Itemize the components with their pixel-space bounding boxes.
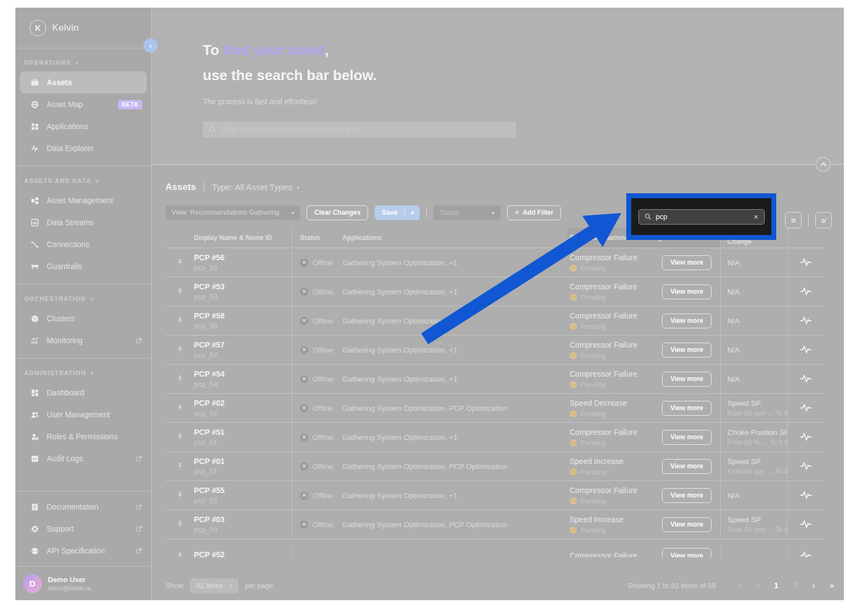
page-1-button[interactable]: 1 <box>774 581 778 590</box>
activity-button[interactable] <box>787 510 824 539</box>
activity-button[interactable] <box>787 481 824 510</box>
pin-icon <box>176 520 183 529</box>
pin-button[interactable] <box>165 258 194 267</box>
sidebar-item[interactable]: Assets <box>20 71 147 93</box>
view-more-button[interactable]: View more <box>662 343 711 357</box>
view-more-button[interactable]: View more <box>662 517 711 532</box>
view-more-button[interactable]: View more <box>662 548 711 557</box>
pin-button[interactable] <box>165 404 194 412</box>
recommendation-cell: Speed Increase ··· Pending View more <box>567 510 720 539</box>
activity-button[interactable] <box>787 394 824 422</box>
recommendation-status: Pending <box>581 497 606 505</box>
sidebar-item[interactable]: Applications <box>15 115 151 137</box>
activity-button[interactable] <box>787 306 824 335</box>
sidebar-item[interactable]: Data Explorer <box>15 137 151 159</box>
sidebar-section-header[interactable]: ASSETS AND DATA ∨ <box>15 171 151 189</box>
sidebar-item[interactable]: Data Streams <box>15 211 151 233</box>
last-page-button[interactable]: » <box>830 581 834 590</box>
sidebar-item[interactable]: Guardrails <box>15 255 151 277</box>
sidebar-item[interactable]: Asset Map BETA <box>15 93 151 115</box>
next-page-button[interactable]: › <box>813 581 815 590</box>
view-more-button[interactable]: View more <box>662 314 711 328</box>
table-row[interactable]: PCP #51 pcp_51 ✕ Offline Gathering Syste… <box>165 422 824 451</box>
table-search-bar[interactable]: × <box>638 209 765 225</box>
sidebar-footer-item[interactable]: Documentation <box>15 496 151 518</box>
table-row[interactable]: PCP #53 pcp_53 ✕ Offline Gathering Syste… <box>165 277 824 306</box>
activity-button[interactable] <box>787 248 824 277</box>
sidebar-section-header[interactable]: ADMINISTRATION ∨ <box>15 363 151 382</box>
sidebar-collapse-button[interactable]: ‹ <box>143 38 158 53</box>
activity-button[interactable] <box>787 365 824 393</box>
pin-button[interactable] <box>165 374 194 383</box>
sidebar-item[interactable]: Asset Management <box>15 189 151 211</box>
activity-waveform-icon <box>800 403 812 413</box>
clear-search-icon[interactable]: × <box>754 213 759 221</box>
table-row[interactable]: PCP #54 pcp_54 ✕ Offline Gathering Syste… <box>165 364 824 393</box>
view-select[interactable]: View: Recommendations Gathering • ▾ <box>165 205 300 220</box>
view-more-button[interactable]: View more <box>662 255 711 270</box>
sidebar-item[interactable]: Connections <box>15 233 151 255</box>
table-row[interactable]: PCP #01 pcp_01 ✕ Offline Gathering Syste… <box>165 451 824 480</box>
sidebar-footer-item[interactable]: Support <box>15 518 151 540</box>
asset-name-cell: PCP #55 pcp_55 <box>194 486 292 505</box>
page-size-select[interactable]: 32 items ▾ <box>190 578 238 593</box>
sidebar-nav: OPERATIONS ∨ Assets <box>15 48 151 476</box>
table-search-input[interactable] <box>656 213 749 221</box>
view-more-button[interactable]: View more <box>662 488 711 503</box>
pin-button[interactable] <box>165 491 194 500</box>
table-row[interactable]: PCP #58 pcp_58 ✕ Offline Gathering Syste… <box>165 306 824 335</box>
sidebar-item[interactable]: Audit Logs <box>15 448 151 469</box>
activity-button[interactable] <box>787 277 824 306</box>
table-row[interactable]: PCP #02 pcp_02 ✕ Offline Gathering Syste… <box>165 393 824 422</box>
activity-button[interactable] <box>787 423 824 451</box>
sidebar-footer-item[interactable]: API Specification <box>15 540 151 562</box>
asset-type-filter[interactable]: Type: All Asset Types ▾ <box>212 182 299 192</box>
table-row[interactable]: PCP #52 ✕ <box>165 539 824 557</box>
status-filter-select[interactable]: Status ▾ <box>433 205 500 220</box>
table-row[interactable]: PCP #57 pcp_57 ✕ Offline Gathering Syste… <box>165 335 824 364</box>
pin-button[interactable] <box>165 551 194 558</box>
applications-cell: Gathering System Optimization, +1 <box>340 375 567 383</box>
pin-button[interactable] <box>165 287 194 296</box>
activity-button[interactable] <box>787 546 824 557</box>
add-filter-button[interactable]: + Add Filter <box>507 205 561 220</box>
user-menu[interactable]: D Demo User demo@kelvin.ai <box>15 566 151 600</box>
table-row[interactable]: PCP #03 pcp_03 ✕ Offline Gathering Syste… <box>165 510 824 539</box>
first-page-button[interactable]: « <box>737 581 742 590</box>
view-more-button[interactable]: View more <box>662 372 711 387</box>
activity-button[interactable] <box>787 336 824 364</box>
view-more-button[interactable]: View more <box>662 401 711 416</box>
table-settings-icon[interactable] <box>815 212 832 228</box>
view-more-button[interactable]: View more <box>662 430 711 445</box>
collapse-panel-button[interactable] <box>816 157 831 172</box>
pin-button[interactable] <box>165 462 194 471</box>
hero-search-bar[interactable] <box>203 121 516 138</box>
hero-search-input[interactable] <box>221 125 510 133</box>
sidebar-section: ASSETS AND DATA ∨ Asset Management <box>15 166 151 284</box>
clear-changes-button[interactable]: Clear Changes <box>307 205 368 220</box>
sidebar-section-header[interactable]: OPERATIONS ∨ <box>15 53 151 71</box>
pin-button[interactable] <box>165 345 194 354</box>
pin-button[interactable] <box>165 520 194 529</box>
pin-button[interactable] <box>165 316 194 325</box>
recommendation-status: Pending <box>581 468 606 476</box>
prev-page-button[interactable]: ‹ <box>756 581 759 590</box>
sidebar-item[interactable]: Monitoring <box>15 329 151 351</box>
pin-button[interactable] <box>165 433 194 441</box>
brand-logo[interactable]: K Kelvin˙ <box>15 8 151 48</box>
page-2-button[interactable]: 2 <box>793 581 798 590</box>
save-button[interactable]: Save ▾ <box>375 205 420 220</box>
view-more-button[interactable]: View more <box>662 459 711 474</box>
view-more-button[interactable]: View more <box>662 284 711 299</box>
list-view-icon[interactable] <box>785 212 802 228</box>
sidebar-item[interactable]: Roles & Permissions <box>15 426 151 448</box>
sidebar-item[interactable]: User Management <box>15 404 151 426</box>
sidebar-item[interactable]: Dashboard <box>15 382 151 404</box>
applications-icon <box>31 122 40 131</box>
external-link-icon <box>136 337 142 344</box>
table-row[interactable]: PCP #55 pcp_55 ✕ Offline Gathering Syste… <box>165 480 824 510</box>
activity-button[interactable] <box>787 452 824 480</box>
table-row[interactable]: PCP #56 pcp_56 ✕ Offline Gathering Syste… <box>165 248 824 277</box>
sidebar-section-header[interactable]: ORCHESTRATION ∨ <box>15 289 151 308</box>
sidebar-item[interactable]: Clusters <box>15 308 151 329</box>
